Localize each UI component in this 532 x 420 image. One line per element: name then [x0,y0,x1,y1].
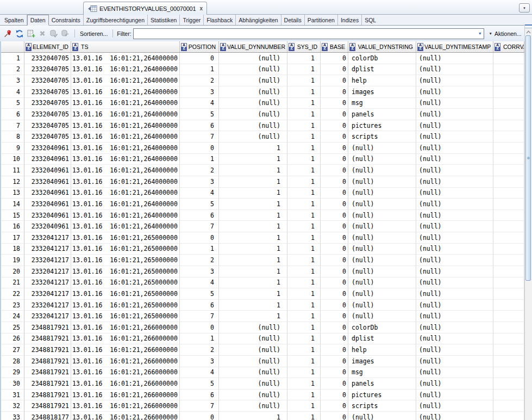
cell[interactable]: 2348817921 [24,390,71,401]
tab-constraints[interactable]: Constraints [49,15,84,25]
cell[interactable]: 2332040961 [24,143,71,154]
cell[interactable] [493,199,524,210]
pin-icon[interactable] [3,28,13,39]
cell[interactable]: 6 [180,120,219,132]
cell[interactable]: msg [348,98,416,109]
cell[interactable] [493,75,524,87]
cell[interactable]: 1 [287,143,321,154]
table-row[interactable]: 3233204070513.01.16 16:01:21,2640000002(… [0,75,524,87]
cell[interactable]: 2332041217 [24,266,71,277]
cell[interactable]: (null) [416,210,493,221]
cell[interactable]: scripts [348,131,416,143]
cell[interactable]: (null) [219,344,287,356]
cell[interactable]: (null) [416,53,493,64]
cell[interactable]: 13.01.16 16:01:21,264000000 [71,143,180,154]
cell[interactable]: 0 [321,244,348,255]
cell[interactable]: 2 [180,255,219,266]
cell[interactable]: 13.01.16 16:01:21,264000000 [71,109,180,120]
table-row[interactable]: 32234881792113.01.16 16:01:21,2660000007… [0,400,524,412]
cell[interactable] [493,390,524,401]
cell[interactable]: (null) [416,333,493,345]
cell[interactable] [493,64,524,76]
column-header-corrva[interactable]: AZCORRVA [493,41,524,52]
cell[interactable]: 0 [321,221,348,232]
cell[interactable]: (null) [416,378,493,390]
table-row[interactable]: 23233204121713.01.16 16:01:21,2650000006… [0,300,524,311]
cell[interactable]: 0 [321,390,348,401]
cell[interactable] [493,288,524,300]
cell[interactable]: 7 [180,400,219,412]
cell[interactable]: pictures [348,120,416,132]
cell[interactable]: scripts [348,400,416,412]
table-row[interactable]: 19233204121713.01.16 16:01:21,2650000002… [0,255,524,266]
cell[interactable]: (null) [416,300,493,311]
cell[interactable]: (null) [416,412,493,420]
cell[interactable]: dplist [348,64,416,76]
cell[interactable]: 13.01.16 16:01:21,264000000 [71,165,180,176]
cell[interactable]: pictures [348,390,416,401]
cell[interactable] [493,221,524,232]
cell[interactable]: 1 [287,378,321,390]
cell[interactable]: 1 [287,344,321,356]
row-number-header[interactable] [0,41,24,52]
cell[interactable] [493,266,524,277]
cell[interactable]: images [348,356,416,367]
cell[interactable]: (null) [416,356,493,367]
table-row[interactable]: 27234881792113.01.16 16:01:21,2660000002… [0,344,524,356]
cell[interactable]: 1 [287,390,321,401]
cell[interactable]: 0 [321,143,348,154]
cell[interactable] [493,131,524,143]
table-row[interactable]: 17233204121713.01.16 16:01:21,2650000000… [0,232,524,244]
cell[interactable] [493,311,524,322]
cell[interactable]: 3 [180,87,219,98]
cell[interactable]: 1 [287,232,321,244]
cell[interactable]: (null) [416,311,493,322]
cell[interactable]: 2332040705 [24,98,71,109]
cell[interactable]: 3 [180,356,219,367]
cell[interactable]: 0 [321,311,348,322]
cell[interactable]: 1 [287,356,321,367]
cell[interactable]: 2332040961 [24,188,71,199]
cell[interactable] [493,412,524,420]
cell[interactable]: 1 [287,333,321,345]
cell[interactable]: 1 [219,232,287,244]
cell[interactable]: 1 [219,266,287,277]
cell[interactable] [493,367,524,379]
cell[interactable]: 2348817921 [24,356,71,367]
cell[interactable]: 0 [180,322,219,333]
cell[interactable]: 2332040961 [24,199,71,210]
table-row[interactable]: 2233204070513.01.16 16:01:21,2640000001(… [0,64,524,76]
cell[interactable]: 2332040705 [24,75,71,87]
cell[interactable]: 4 [180,188,219,199]
table-row[interactable]: 26234881792113.01.16 16:01:21,2660000001… [0,333,524,345]
table-row[interactable]: 6233204070513.01.16 16:01:21,2640000005(… [0,109,524,120]
tab-list-dropdown-button[interactable]: ▼ [519,3,530,13]
cell[interactable]: 13.01.16 16:01:21,266000000 [71,333,180,345]
scrollbar-thumb[interactable] [525,35,531,281]
cell[interactable]: 0 [321,356,348,367]
cell[interactable]: (null) [416,165,493,176]
rollback-icon[interactable] [60,28,70,39]
cell[interactable]: (null) [348,210,416,221]
cell[interactable]: (null) [219,356,287,367]
cell[interactable]: (null) [348,300,416,311]
cell[interactable]: 0 [321,75,348,87]
cell[interactable]: (null) [348,199,416,210]
cell[interactable]: (null) [219,400,287,412]
table-row[interactable]: 33234881817713.01.16 16:01:21,2660000000… [0,412,524,420]
cell[interactable]: 13.01.16 16:01:21,264000000 [71,75,180,87]
cell[interactable]: help [348,75,416,87]
cell[interactable]: (null) [416,232,493,244]
cell[interactable]: 13.01.16 16:01:21,264000000 [71,154,180,165]
cell[interactable] [493,277,524,289]
cell[interactable]: colorDb [348,53,416,64]
table-row[interactable]: 1233204070513.01.16 16:01:21,2640000000(… [0,53,524,64]
cell[interactable]: 1 [287,87,321,98]
cell[interactable]: 1 [219,210,287,221]
cell[interactable]: 1 [219,165,287,176]
cell[interactable]: 0 [321,120,348,132]
cell[interactable]: 1 [287,120,321,132]
vertical-scrollbar[interactable] [524,24,532,420]
cell[interactable]: 13.01.16 16:01:21,266000000 [71,378,180,390]
cell[interactable]: 13.01.16 16:01:21,265000000 [71,255,180,266]
